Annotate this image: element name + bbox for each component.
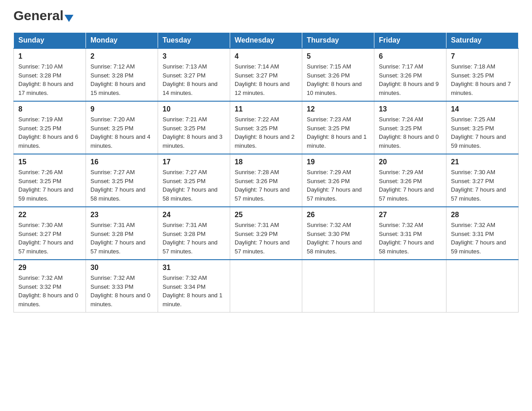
day-number: 27 <box>379 211 442 219</box>
calendar-cell <box>230 260 302 313</box>
day-number: 8 <box>18 105 81 113</box>
day-info: Sunrise: 7:10 AMSunset: 3:28 PMDaylight:… <box>18 63 73 96</box>
day-info: Sunrise: 7:27 AMSunset: 3:25 PMDaylight:… <box>90 169 146 202</box>
day-number: 16 <box>90 158 153 166</box>
col-header-sunday: Sunday <box>14 33 86 49</box>
day-info: Sunrise: 7:31 AMSunset: 3:29 PMDaylight:… <box>235 222 290 255</box>
calendar-cell: 4Sunrise: 7:14 AMSunset: 3:27 PMDaylight… <box>230 48 302 101</box>
calendar-cell: 18Sunrise: 7:28 AMSunset: 3:26 PMDayligh… <box>230 154 302 207</box>
calendar-cell: 15Sunrise: 7:26 AMSunset: 3:25 PMDayligh… <box>14 154 86 207</box>
day-number: 30 <box>90 264 153 272</box>
day-number: 9 <box>90 105 153 113</box>
day-number: 26 <box>307 211 369 219</box>
logo-triangle-icon <box>64 15 73 22</box>
week-row-1: 1Sunrise: 7:10 AMSunset: 3:28 PMDaylight… <box>14 48 519 101</box>
page-header: General <box>13 9 519 23</box>
calendar-cell: 12Sunrise: 7:23 AMSunset: 3:25 PMDayligh… <box>302 101 374 154</box>
day-number: 23 <box>90 211 153 219</box>
calendar-cell: 23Sunrise: 7:31 AMSunset: 3:28 PMDayligh… <box>86 207 158 260</box>
week-row-4: 22Sunrise: 7:30 AMSunset: 3:27 PMDayligh… <box>14 207 519 260</box>
day-number: 6 <box>379 52 442 60</box>
day-number: 21 <box>451 158 514 166</box>
day-number: 5 <box>307 52 369 60</box>
calendar-cell: 5Sunrise: 7:15 AMSunset: 3:26 PMDaylight… <box>302 48 374 101</box>
calendar-cell <box>446 260 519 313</box>
day-info: Sunrise: 7:14 AMSunset: 3:27 PMDaylight:… <box>235 63 290 96</box>
calendar-cell: 25Sunrise: 7:31 AMSunset: 3:29 PMDayligh… <box>230 207 302 260</box>
col-header-tuesday: Tuesday <box>158 33 230 49</box>
day-info: Sunrise: 7:23 AMSunset: 3:25 PMDaylight:… <box>307 116 367 149</box>
day-number: 12 <box>307 105 369 113</box>
calendar-cell <box>374 260 446 313</box>
day-number: 28 <box>451 211 514 219</box>
calendar-cell: 8Sunrise: 7:19 AMSunset: 3:25 PMDaylight… <box>14 101 86 154</box>
col-header-saturday: Saturday <box>446 33 519 49</box>
day-number: 4 <box>235 52 297 60</box>
day-info: Sunrise: 7:29 AMSunset: 3:26 PMDaylight:… <box>379 169 434 202</box>
day-info: Sunrise: 7:29 AMSunset: 3:26 PMDaylight:… <box>307 169 362 202</box>
calendar-cell: 11Sunrise: 7:22 AMSunset: 3:25 PMDayligh… <box>230 101 302 154</box>
day-number: 17 <box>163 158 225 166</box>
day-info: Sunrise: 7:21 AMSunset: 3:25 PMDaylight:… <box>163 116 223 149</box>
day-number: 29 <box>18 264 81 272</box>
day-number: 1 <box>18 52 81 60</box>
day-info: Sunrise: 7:32 AMSunset: 3:34 PMDaylight:… <box>163 274 223 308</box>
calendar-table: SundayMondayTuesdayWednesdayThursdayFrid… <box>13 32 519 313</box>
col-header-friday: Friday <box>374 33 446 49</box>
day-info: Sunrise: 7:28 AMSunset: 3:26 PMDaylight:… <box>235 169 290 202</box>
day-number: 18 <box>235 158 297 166</box>
day-number: 15 <box>18 158 81 166</box>
logo-general: General <box>13 9 64 22</box>
logo: General <box>13 9 73 23</box>
day-info: Sunrise: 7:30 AMSunset: 3:27 PMDaylight:… <box>18 222 73 255</box>
day-number: 31 <box>163 264 225 272</box>
calendar-cell: 9Sunrise: 7:20 AMSunset: 3:25 PMDaylight… <box>86 101 158 154</box>
calendar-cell: 1Sunrise: 7:10 AMSunset: 3:28 PMDaylight… <box>14 48 86 101</box>
day-number: 11 <box>235 105 297 113</box>
day-info: Sunrise: 7:32 AMSunset: 3:30 PMDaylight:… <box>307 222 362 255</box>
calendar-cell: 26Sunrise: 7:32 AMSunset: 3:30 PMDayligh… <box>302 207 374 260</box>
col-header-thursday: Thursday <box>302 33 374 49</box>
day-info: Sunrise: 7:20 AMSunset: 3:25 PMDaylight:… <box>90 116 150 149</box>
calendar-cell: 10Sunrise: 7:21 AMSunset: 3:25 PMDayligh… <box>158 101 230 154</box>
calendar-cell: 17Sunrise: 7:27 AMSunset: 3:25 PMDayligh… <box>158 154 230 207</box>
week-row-3: 15Sunrise: 7:26 AMSunset: 3:25 PMDayligh… <box>14 154 519 207</box>
day-info: Sunrise: 7:17 AMSunset: 3:26 PMDaylight:… <box>379 63 439 96</box>
calendar-cell: 29Sunrise: 7:32 AMSunset: 3:32 PMDayligh… <box>14 260 86 313</box>
day-info: Sunrise: 7:19 AMSunset: 3:25 PMDaylight:… <box>18 116 78 149</box>
day-info: Sunrise: 7:13 AMSunset: 3:27 PMDaylight:… <box>163 63 218 96</box>
calendar-cell: 6Sunrise: 7:17 AMSunset: 3:26 PMDaylight… <box>374 48 446 101</box>
day-info: Sunrise: 7:25 AMSunset: 3:25 PMDaylight:… <box>451 116 506 149</box>
day-number: 3 <box>163 52 225 60</box>
calendar-cell: 16Sunrise: 7:27 AMSunset: 3:25 PMDayligh… <box>86 154 158 207</box>
day-info: Sunrise: 7:32 AMSunset: 3:31 PMDaylight:… <box>451 222 506 255</box>
day-info: Sunrise: 7:32 AMSunset: 3:33 PMDaylight:… <box>90 274 150 308</box>
col-header-monday: Monday <box>86 33 158 49</box>
calendar-cell: 21Sunrise: 7:30 AMSunset: 3:27 PMDayligh… <box>446 154 519 207</box>
day-number: 19 <box>307 158 369 166</box>
calendar-cell: 13Sunrise: 7:24 AMSunset: 3:25 PMDayligh… <box>374 101 446 154</box>
day-info: Sunrise: 7:31 AMSunset: 3:28 PMDaylight:… <box>90 222 146 255</box>
day-number: 10 <box>163 105 225 113</box>
calendar-cell: 30Sunrise: 7:32 AMSunset: 3:33 PMDayligh… <box>86 260 158 313</box>
day-number: 2 <box>90 52 153 60</box>
calendar-body: 1Sunrise: 7:10 AMSunset: 3:28 PMDaylight… <box>14 48 519 313</box>
day-number: 24 <box>163 211 225 219</box>
calendar-cell: 14Sunrise: 7:25 AMSunset: 3:25 PMDayligh… <box>446 101 519 154</box>
calendar-header-row: SundayMondayTuesdayWednesdayThursdayFrid… <box>14 33 519 49</box>
week-row-5: 29Sunrise: 7:32 AMSunset: 3:32 PMDayligh… <box>14 260 519 313</box>
day-number: 20 <box>379 158 442 166</box>
day-info: Sunrise: 7:32 AMSunset: 3:32 PMDaylight:… <box>18 274 78 308</box>
day-info: Sunrise: 7:24 AMSunset: 3:25 PMDaylight:… <box>379 116 439 149</box>
day-info: Sunrise: 7:26 AMSunset: 3:25 PMDaylight:… <box>18 169 73 202</box>
day-info: Sunrise: 7:22 AMSunset: 3:25 PMDaylight:… <box>235 116 295 149</box>
day-info: Sunrise: 7:12 AMSunset: 3:28 PMDaylight:… <box>90 63 146 96</box>
calendar-cell: 19Sunrise: 7:29 AMSunset: 3:26 PMDayligh… <box>302 154 374 207</box>
day-info: Sunrise: 7:27 AMSunset: 3:25 PMDaylight:… <box>163 169 218 202</box>
day-number: 14 <box>451 105 514 113</box>
calendar-cell <box>302 260 374 313</box>
day-info: Sunrise: 7:32 AMSunset: 3:31 PMDaylight:… <box>379 222 434 255</box>
calendar-cell: 22Sunrise: 7:30 AMSunset: 3:27 PMDayligh… <box>14 207 86 260</box>
calendar-cell: 7Sunrise: 7:18 AMSunset: 3:25 PMDaylight… <box>446 48 519 101</box>
week-row-2: 8Sunrise: 7:19 AMSunset: 3:25 PMDaylight… <box>14 101 519 154</box>
